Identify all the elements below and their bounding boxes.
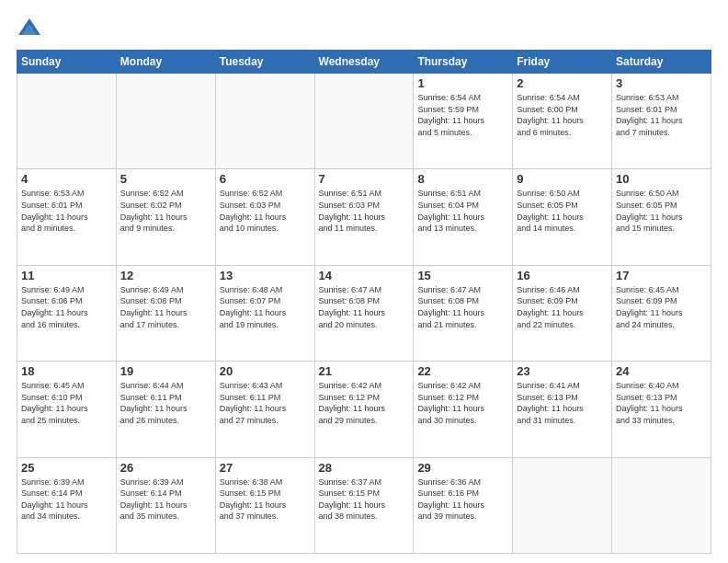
calendar-cell: 4Sunrise: 6:53 AM Sunset: 6:01 PM Daylig…: [17, 169, 117, 265]
day-of-week-header: Saturday: [612, 51, 711, 74]
day-number: 28: [319, 461, 410, 475]
day-of-week-header: Sunday: [17, 51, 117, 74]
day-info: Sunrise: 6:52 AM Sunset: 6:02 PM Dayligh…: [120, 188, 211, 234]
calendar-week-row: 11Sunrise: 6:49 AM Sunset: 6:06 PM Dayli…: [17, 265, 711, 361]
calendar-cell: 21Sunrise: 6:42 AM Sunset: 6:12 PM Dayli…: [314, 362, 414, 457]
calendar-cell: 15Sunrise: 6:47 AM Sunset: 6:08 PM Dayli…: [414, 265, 513, 361]
day-info: Sunrise: 6:49 AM Sunset: 6:06 PM Dayligh…: [21, 284, 112, 330]
day-number: 29: [417, 461, 508, 475]
calendar-cell: 19Sunrise: 6:44 AM Sunset: 6:11 PM Dayli…: [116, 362, 215, 457]
day-info: Sunrise: 6:42 AM Sunset: 6:12 PM Dayligh…: [417, 380, 508, 426]
day-info: Sunrise: 6:39 AM Sunset: 6:14 PM Dayligh…: [120, 477, 211, 523]
day-info: Sunrise: 6:39 AM Sunset: 6:14 PM Dayligh…: [21, 477, 112, 523]
day-info: Sunrise: 6:44 AM Sunset: 6:11 PM Dayligh…: [120, 380, 211, 426]
day-info: Sunrise: 6:48 AM Sunset: 6:07 PM Dayligh…: [220, 284, 311, 330]
day-number: 15: [417, 269, 508, 282]
calendar-cell: 25Sunrise: 6:39 AM Sunset: 6:14 PM Dayli…: [17, 457, 117, 553]
day-info: Sunrise: 6:54 AM Sunset: 6:00 PM Dayligh…: [517, 92, 608, 138]
calendar-cell: [513, 457, 612, 553]
calendar-cell: 22Sunrise: 6:42 AM Sunset: 6:12 PM Dayli…: [414, 362, 513, 457]
calendar-cell: 26Sunrise: 6:39 AM Sunset: 6:14 PM Dayli…: [116, 457, 215, 553]
day-info: Sunrise: 6:36 AM Sunset: 6:16 PM Dayligh…: [417, 477, 508, 523]
calendar-cell: 23Sunrise: 6:41 AM Sunset: 6:13 PM Dayli…: [513, 362, 612, 457]
day-number: 3: [616, 76, 707, 90]
calendar-week-row: 1Sunrise: 6:54 AM Sunset: 5:59 PM Daylig…: [17, 74, 711, 169]
calendar-cell: [17, 74, 117, 169]
day-number: 1: [417, 76, 508, 90]
day-number: 22: [417, 364, 508, 378]
calendar-cell: 20Sunrise: 6:43 AM Sunset: 6:11 PM Dayli…: [215, 362, 314, 457]
calendar-cell: 12Sunrise: 6:49 AM Sunset: 6:06 PM Dayli…: [116, 265, 215, 361]
calendar-cell: 9Sunrise: 6:50 AM Sunset: 6:05 PM Daylig…: [513, 169, 612, 265]
calendar-cell: 10Sunrise: 6:50 AM Sunset: 6:05 PM Dayli…: [612, 169, 711, 265]
day-number: 18: [21, 364, 112, 378]
calendar-cell: 6Sunrise: 6:52 AM Sunset: 6:03 PM Daylig…: [215, 169, 314, 265]
calendar-cell: [612, 457, 711, 553]
calendar-cell: 1Sunrise: 6:54 AM Sunset: 5:59 PM Daylig…: [414, 74, 513, 169]
calendar-cell: [314, 74, 414, 169]
day-number: 24: [616, 364, 707, 378]
day-info: Sunrise: 6:38 AM Sunset: 6:15 PM Dayligh…: [220, 477, 311, 523]
day-number: 21: [319, 364, 410, 378]
day-number: 16: [517, 269, 608, 282]
day-number: 17: [616, 269, 707, 282]
calendar-cell: 18Sunrise: 6:45 AM Sunset: 6:10 PM Dayli…: [17, 362, 117, 457]
calendar-cell: 17Sunrise: 6:45 AM Sunset: 6:09 PM Dayli…: [612, 265, 711, 361]
calendar-cell: 3Sunrise: 6:53 AM Sunset: 6:01 PM Daylig…: [612, 74, 711, 169]
day-number: 14: [319, 269, 410, 282]
day-info: Sunrise: 6:54 AM Sunset: 5:59 PM Dayligh…: [417, 92, 508, 138]
logo-icon: [17, 17, 42, 42]
calendar-cell: 28Sunrise: 6:37 AM Sunset: 6:15 PM Dayli…: [314, 457, 414, 553]
day-number: 23: [517, 364, 608, 378]
day-number: 19: [120, 364, 211, 378]
day-number: 12: [120, 269, 211, 282]
calendar: SundayMondayTuesdayWednesdayThursdayFrid…: [17, 50, 711, 554]
day-number: 20: [220, 364, 311, 378]
day-number: 2: [517, 76, 608, 90]
day-info: Sunrise: 6:49 AM Sunset: 6:06 PM Dayligh…: [120, 284, 211, 330]
day-number: 25: [21, 461, 112, 475]
calendar-header-row: SundayMondayTuesdayWednesdayThursdayFrid…: [17, 51, 711, 74]
day-number: 9: [517, 172, 608, 186]
day-info: Sunrise: 6:45 AM Sunset: 6:10 PM Dayligh…: [21, 380, 112, 426]
calendar-cell: 8Sunrise: 6:51 AM Sunset: 6:04 PM Daylig…: [414, 169, 513, 265]
day-info: Sunrise: 6:47 AM Sunset: 6:08 PM Dayligh…: [417, 284, 508, 330]
day-info: Sunrise: 6:45 AM Sunset: 6:09 PM Dayligh…: [616, 284, 707, 330]
calendar-week-row: 4Sunrise: 6:53 AM Sunset: 6:01 PM Daylig…: [17, 169, 711, 265]
day-info: Sunrise: 6:37 AM Sunset: 6:15 PM Dayligh…: [319, 477, 410, 523]
day-number: 6: [220, 172, 311, 186]
header: [17, 17, 711, 42]
calendar-cell: 7Sunrise: 6:51 AM Sunset: 6:03 PM Daylig…: [314, 169, 414, 265]
calendar-cell: 27Sunrise: 6:38 AM Sunset: 6:15 PM Dayli…: [215, 457, 314, 553]
day-number: 11: [21, 269, 112, 282]
day-of-week-header: Thursday: [414, 51, 513, 74]
day-of-week-header: Tuesday: [215, 51, 314, 74]
day-number: 27: [220, 461, 311, 475]
day-info: Sunrise: 6:41 AM Sunset: 6:13 PM Dayligh…: [517, 380, 608, 426]
calendar-cell: 29Sunrise: 6:36 AM Sunset: 6:16 PM Dayli…: [414, 457, 513, 553]
day-number: 10: [616, 172, 707, 186]
day-info: Sunrise: 6:43 AM Sunset: 6:11 PM Dayligh…: [220, 380, 311, 426]
calendar-cell: 11Sunrise: 6:49 AM Sunset: 6:06 PM Dayli…: [17, 265, 117, 361]
day-info: Sunrise: 6:51 AM Sunset: 6:03 PM Dayligh…: [319, 188, 410, 234]
calendar-week-row: 25Sunrise: 6:39 AM Sunset: 6:14 PM Dayli…: [17, 457, 711, 553]
day-info: Sunrise: 6:47 AM Sunset: 6:08 PM Dayligh…: [319, 284, 410, 330]
day-number: 13: [220, 269, 311, 282]
day-of-week-header: Wednesday: [314, 51, 414, 74]
calendar-cell: 5Sunrise: 6:52 AM Sunset: 6:02 PM Daylig…: [116, 169, 215, 265]
day-info: Sunrise: 6:46 AM Sunset: 6:09 PM Dayligh…: [517, 284, 608, 330]
day-of-week-header: Monday: [116, 51, 215, 74]
day-number: 4: [21, 172, 112, 186]
calendar-cell: 24Sunrise: 6:40 AM Sunset: 6:13 PM Dayli…: [612, 362, 711, 457]
day-of-week-header: Friday: [513, 51, 612, 74]
day-info: Sunrise: 6:40 AM Sunset: 6:13 PM Dayligh…: [616, 380, 707, 426]
day-number: 26: [120, 461, 211, 475]
day-number: 8: [417, 172, 508, 186]
day-info: Sunrise: 6:51 AM Sunset: 6:04 PM Dayligh…: [417, 188, 508, 234]
calendar-week-row: 18Sunrise: 6:45 AM Sunset: 6:10 PM Dayli…: [17, 362, 711, 457]
calendar-cell: [215, 74, 314, 169]
day-number: 7: [319, 172, 410, 186]
day-number: 5: [120, 172, 211, 186]
day-info: Sunrise: 6:50 AM Sunset: 6:05 PM Dayligh…: [517, 188, 608, 234]
day-info: Sunrise: 6:52 AM Sunset: 6:03 PM Dayligh…: [220, 188, 311, 234]
